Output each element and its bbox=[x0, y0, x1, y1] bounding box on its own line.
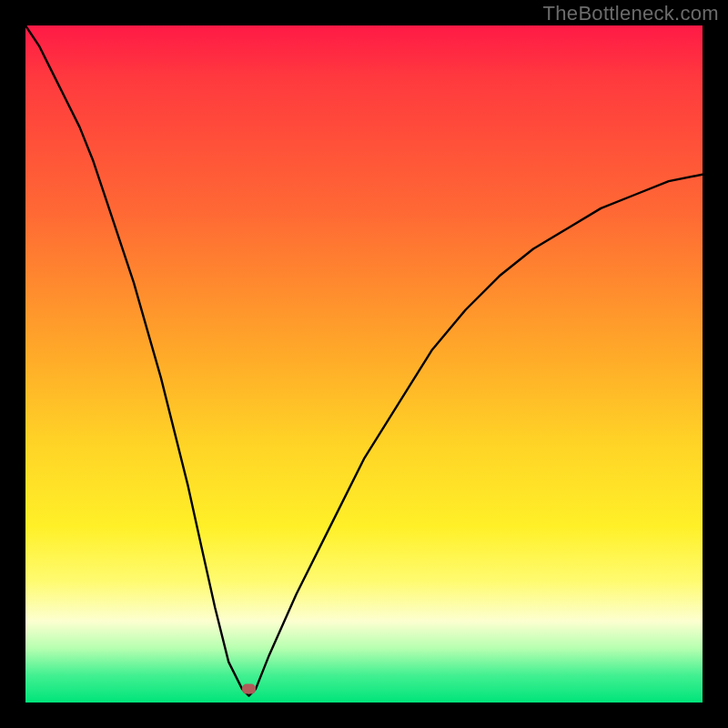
watermark-text: TheBottleneck.com bbox=[543, 2, 719, 25]
chart-frame: TheBottleneck.com bbox=[0, 0, 728, 728]
plot-area bbox=[25, 25, 703, 703]
bottleneck-curve bbox=[25, 25, 703, 696]
minimum-marker bbox=[242, 684, 256, 694]
chart-svg bbox=[25, 25, 703, 703]
